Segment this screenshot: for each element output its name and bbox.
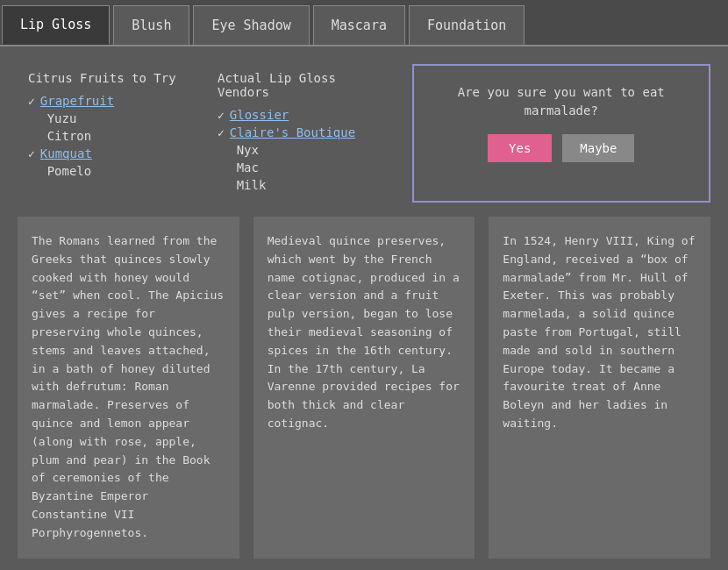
maybe-button[interactable]: Maybe bbox=[562, 134, 634, 162]
vendor-milk: Milk bbox=[237, 178, 267, 192]
vendors-list-section: Actual Lip Gloss Vendors ✓ Glossier ✓ Cl… bbox=[207, 64, 384, 203]
vendor-mac: Mac bbox=[237, 160, 259, 175]
top-row: Citrus Fruits to Try ✓ Grapefruit Yuzu C… bbox=[18, 64, 710, 203]
spacer bbox=[28, 165, 42, 178]
citrus-item-pomelo: Pomelo bbox=[47, 164, 92, 178]
confirm-dialog: Are you sure you want to eat marmalade? … bbox=[412, 64, 710, 203]
card-2-text: Medieval quince preserves, which went by… bbox=[268, 232, 461, 433]
tab-mascara[interactable]: Mascara bbox=[313, 5, 405, 45]
card-1-text: The Romans learned from the Greeks that … bbox=[32, 232, 225, 543]
citrus-list-title: Citrus Fruits to Try bbox=[28, 71, 182, 85]
list-item: Citron bbox=[28, 129, 182, 143]
list-item: Mac bbox=[218, 160, 374, 175]
dialog-message: Are you sure you want to eat marmalade? bbox=[435, 83, 688, 120]
citrus-item-kumquat[interactable]: Kumquat bbox=[40, 146, 92, 160]
list-item: ✓ Kumquat bbox=[28, 146, 182, 160]
spacer bbox=[218, 144, 232, 157]
spacer bbox=[218, 161, 232, 175]
check-icon: ✓ bbox=[28, 95, 35, 108]
list-item: ✓ Grapefruit bbox=[28, 94, 182, 108]
list-item: Pomelo bbox=[28, 164, 182, 178]
tab-lip-gloss[interactable]: Lip Gloss bbox=[2, 5, 110, 45]
spacer bbox=[28, 130, 42, 143]
check-icon: ✓ bbox=[218, 109, 225, 122]
vendors-list-title: Actual Lip Gloss Vendors bbox=[218, 71, 374, 99]
list-item: ✓ Glossier bbox=[218, 108, 374, 122]
list-item: Milk bbox=[218, 178, 374, 192]
list-item: ✓ Claire's Boutique bbox=[218, 125, 374, 139]
vendor-nyx: Nyx bbox=[237, 143, 259, 157]
tab-bar: Lip Gloss Blush Eye Shadow Mascara Found… bbox=[0, 0, 728, 46]
main-content: Citrus Fruits to Try ✓ Grapefruit Yuzu C… bbox=[0, 46, 728, 570]
tab-eye-shadow[interactable]: Eye Shadow bbox=[193, 5, 309, 45]
yes-button[interactable]: Yes bbox=[488, 134, 552, 162]
list-item: Yuzu bbox=[28, 111, 182, 125]
citrus-item-citron: Citron bbox=[47, 129, 92, 143]
list-item: Nyx bbox=[218, 143, 374, 157]
spacer bbox=[218, 179, 232, 192]
card-2: Medieval quince preserves, which went by… bbox=[253, 217, 475, 559]
card-1: The Romans learned from the Greeks that … bbox=[18, 217, 239, 559]
vendor-claires[interactable]: Claire's Boutique bbox=[230, 125, 355, 139]
citrus-item-grapefruit[interactable]: Grapefruit bbox=[40, 94, 114, 108]
tab-foundation[interactable]: Foundation bbox=[409, 5, 525, 45]
spacer bbox=[28, 112, 42, 125]
citrus-item-yuzu: Yuzu bbox=[47, 111, 77, 125]
check-icon: ✓ bbox=[28, 147, 35, 160]
citrus-list-section: Citrus Fruits to Try ✓ Grapefruit Yuzu C… bbox=[18, 64, 193, 203]
tab-blush[interactable]: Blush bbox=[113, 5, 189, 45]
dialog-buttons: Yes Maybe bbox=[488, 134, 634, 162]
vendor-glossier[interactable]: Glossier bbox=[230, 108, 289, 122]
check-icon: ✓ bbox=[218, 126, 225, 139]
card-3-text: In 1524, Henry VIII, King of England, re… bbox=[503, 232, 696, 433]
cards-row: The Romans learned from the Greeks that … bbox=[18, 217, 710, 559]
card-3: In 1524, Henry VIII, King of England, re… bbox=[489, 217, 710, 559]
